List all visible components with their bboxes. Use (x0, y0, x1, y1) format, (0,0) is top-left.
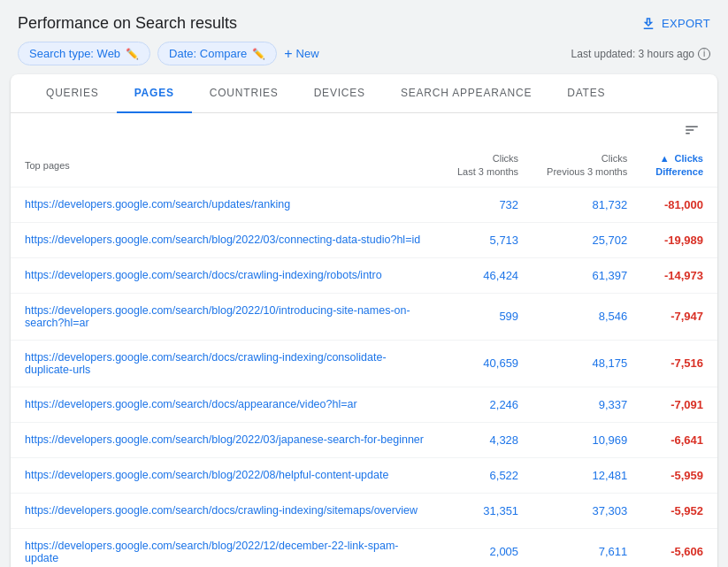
tab-search-appearance[interactable]: SEARCH APPEARANCE (383, 74, 549, 113)
cell-clicks-current: 732 (443, 187, 533, 222)
cell-clicks-prev: 8,546 (533, 293, 641, 340)
tab-devices[interactable]: DEVICES (296, 74, 383, 113)
cell-clicks-current: 6,522 (443, 457, 533, 493)
cell-url[interactable]: https://developers.google.com/search/blo… (11, 422, 443, 457)
cell-clicks-diff: -7,091 (641, 387, 717, 422)
sort-icon: ▲ (660, 152, 670, 165)
table-toolbar (11, 113, 717, 145)
cell-clicks-prev: 10,969 (533, 422, 641, 457)
date-edit-icon: ✏️ (252, 48, 265, 60)
table-row: https://developers.google.com/search/doc… (11, 387, 717, 422)
cell-clicks-prev: 81,732 (533, 187, 641, 222)
cell-clicks-diff: -81,000 (641, 187, 717, 222)
tab-dates[interactable]: DATES (549, 74, 623, 113)
cell-url[interactable]: https://developers.google.com/search/blo… (11, 528, 443, 567)
cell-url[interactable]: https://developers.google.com/search/doc… (11, 257, 443, 293)
cell-url[interactable]: https://developers.google.com/search/blo… (11, 457, 443, 493)
toolbar-filters: Search type: Web ✏️ Date: Compare ✏️ + N… (18, 42, 319, 65)
cell-url[interactable]: https://developers.google.com/search/blo… (11, 293, 443, 340)
cell-clicks-current: 40,659 (443, 340, 533, 387)
table-row: https://developers.google.com/search/blo… (11, 293, 717, 340)
cell-clicks-prev: 61,397 (533, 257, 641, 293)
table-row: https://developers.google.com/search/doc… (11, 340, 717, 387)
cell-clicks-diff: -19,989 (641, 222, 717, 257)
cell-clicks-prev: 7,611 (533, 528, 641, 567)
cell-clicks-diff: -6,641 (641, 422, 717, 457)
table-row: https://developers.google.com/search/blo… (11, 528, 717, 567)
export-label: EXPORT (662, 17, 710, 30)
table-row: https://developers.google.com/search/upd… (11, 187, 717, 222)
cell-clicks-current: 4,328 (443, 422, 533, 457)
cell-clicks-prev: 25,702 (533, 222, 641, 257)
last-updated: Last updated: 3 hours ago i (571, 48, 710, 60)
header: Performance on Search results EXPORT (0, 0, 728, 42)
page-title: Performance on Search results (18, 14, 237, 33)
cell-clicks-prev: 12,481 (533, 457, 641, 493)
cell-clicks-current: 2,005 (443, 528, 533, 567)
col-header-clicks-current: Clicks Last 3 months (443, 145, 533, 187)
cell-url[interactable]: https://developers.google.com/search/doc… (11, 493, 443, 528)
cell-clicks-current: 599 (443, 293, 533, 340)
export-button[interactable]: EXPORT (640, 16, 710, 32)
cell-clicks-diff: -14,973 (641, 257, 717, 293)
data-table: Top pages Clicks Last 3 months Clicks Pr… (11, 145, 717, 567)
cell-clicks-diff: -7,516 (641, 340, 717, 387)
plus-icon: + (284, 46, 292, 62)
table-row: https://developers.google.com/search/blo… (11, 222, 717, 257)
column-filter-icon[interactable] (684, 122, 700, 142)
cell-clicks-prev: 48,175 (533, 340, 641, 387)
cell-clicks-current: 5,713 (443, 222, 533, 257)
info-icon[interactable]: i (698, 48, 710, 60)
main-card: QUERIES PAGES COUNTRIES DEVICES SEARCH A… (11, 74, 717, 567)
date-label: Date: Compare (169, 47, 247, 60)
cell-clicks-current: 31,351 (443, 493, 533, 528)
search-type-edit-icon: ✏️ (126, 48, 139, 60)
cell-clicks-prev: 37,303 (533, 493, 641, 528)
table-row: https://developers.google.com/search/blo… (11, 422, 717, 457)
table-row: https://developers.google.com/search/blo… (11, 457, 717, 493)
download-icon (640, 16, 656, 32)
cell-clicks-diff: -7,947 (641, 293, 717, 340)
cell-url[interactable]: https://developers.google.com/search/doc… (11, 340, 443, 387)
cell-clicks-diff: -5,959 (641, 457, 717, 493)
toolbar: Search type: Web ✏️ Date: Compare ✏️ + N… (0, 42, 728, 74)
tab-countries[interactable]: COUNTRIES (192, 74, 296, 113)
table-row: https://developers.google.com/search/doc… (11, 257, 717, 293)
table-row: https://developers.google.com/search/doc… (11, 493, 717, 528)
cell-url[interactable]: https://developers.google.com/search/upd… (11, 187, 443, 222)
cell-clicks-current: 46,424 (443, 257, 533, 293)
col-header-clicks-diff: ▲ Clicks Difference (641, 145, 717, 187)
new-filter-button[interactable]: + New (284, 46, 318, 62)
cell-clicks-current: 2,246 (443, 387, 533, 422)
search-type-filter[interactable]: Search type: Web ✏️ (18, 42, 150, 65)
tab-pages[interactable]: PAGES (117, 74, 192, 113)
last-updated-text: Last updated: 3 hours ago (571, 48, 694, 60)
col-header-clicks-prev: Clicks Previous 3 months (533, 145, 641, 187)
cell-clicks-prev: 9,337 (533, 387, 641, 422)
cell-url[interactable]: https://developers.google.com/search/blo… (11, 222, 443, 257)
cell-clicks-diff: -5,606 (641, 528, 717, 567)
tabs: QUERIES PAGES COUNTRIES DEVICES SEARCH A… (11, 74, 717, 113)
new-label: New (296, 47, 319, 60)
date-filter[interactable]: Date: Compare ✏️ (157, 42, 277, 65)
tab-queries[interactable]: QUERIES (28, 74, 117, 113)
cell-url[interactable]: https://developers.google.com/search/doc… (11, 387, 443, 422)
col-header-pages: Top pages (11, 145, 443, 187)
search-type-label: Search type: Web (29, 47, 120, 60)
cell-clicks-diff: -5,952 (641, 493, 717, 528)
